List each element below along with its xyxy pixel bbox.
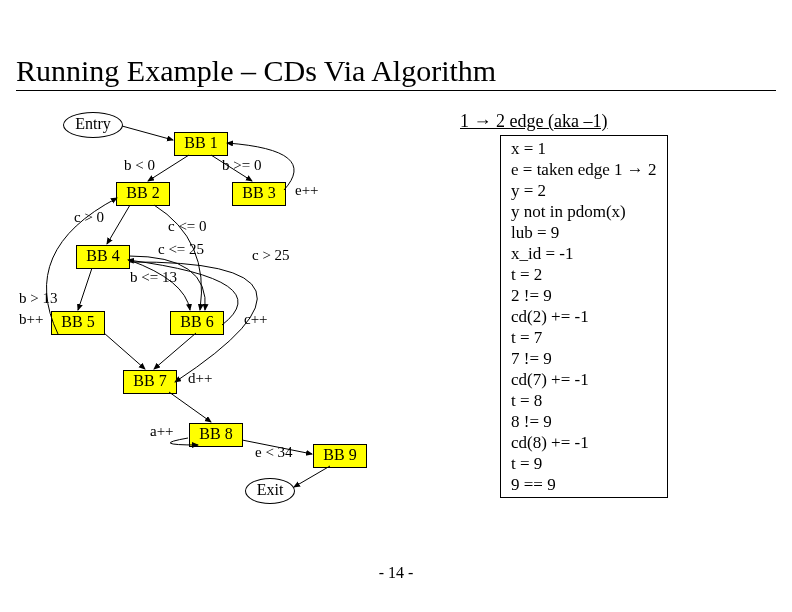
page-number: - 14 - bbox=[0, 564, 792, 582]
cfg-edges-svg bbox=[0, 0, 792, 612]
